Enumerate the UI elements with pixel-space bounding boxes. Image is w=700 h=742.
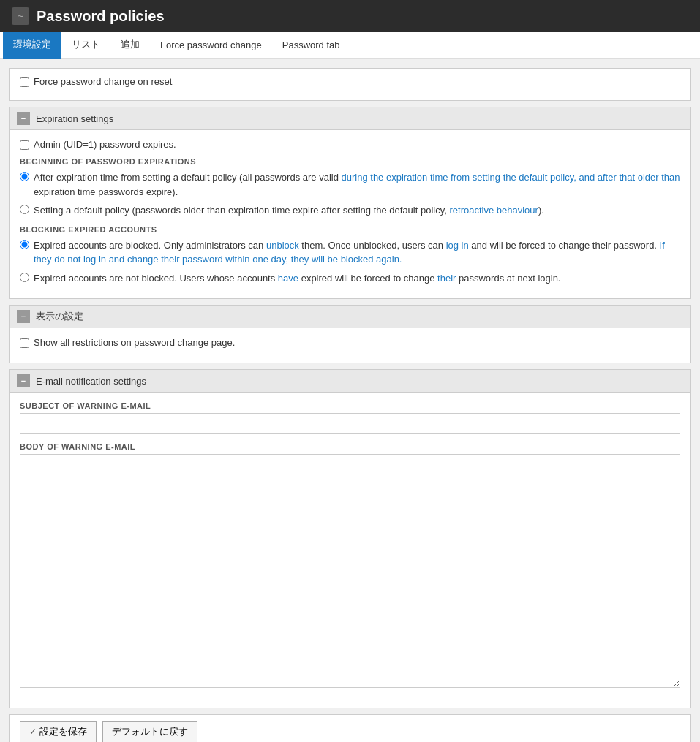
beginning-label: BEGINNING OF PASSWORD EXPIRATIONS — [20, 157, 680, 166]
radio-after-label: After expiration time from setting a def… — [34, 170, 680, 199]
admin-expires-checkbox[interactable] — [20, 140, 29, 150]
show-restrictions-label: Show all restrictions on password change… — [34, 337, 235, 348]
display-settings-title: 表示の設定 — [36, 310, 83, 323]
show-restrictions-row: Show all restrictions on password change… — [20, 337, 680, 348]
tab-kankyosettei[interactable]: 環境設定 — [3, 32, 61, 59]
radio-setting-label: Setting a default policy (passwords olde… — [34, 203, 544, 218]
display-settings-panel: − 表示の設定 Show all restrictions on passwor… — [9, 305, 691, 363]
tab-force-password-change[interactable]: Force password change — [150, 32, 272, 59]
radio-setting-row: Setting a default policy (passwords olde… — [20, 203, 680, 218]
radio-not-blocked-label: Expired accounts are not blocked. Users … — [34, 271, 560, 286]
radio-blocked[interactable] — [20, 240, 29, 249]
tab-password-tab[interactable]: Password tab — [272, 32, 350, 59]
footer-bar: ✓ 設定を保存 デフォルトに戻す — [9, 714, 691, 742]
display-collapse-btn[interactable]: − — [17, 310, 30, 323]
email-settings-panel: − E-mail notification settings SUBJECT O… — [9, 369, 691, 708]
email-settings-header: − E-mail notification settings — [10, 370, 690, 393]
expiration-settings-panel: − Expiration settings Admin (UID=1) pass… — [9, 107, 691, 299]
main-content: Force password change on reset − Expirat… — [0, 59, 700, 742]
default-button[interactable]: デフォルトに戻す — [102, 721, 197, 742]
app-header: ~ Password policies — [0, 0, 700, 32]
radio-not-blocked-row: Expired accounts are not blocked. Users … — [20, 271, 680, 286]
admin-expires-label: Admin (UID=1) password expires. — [34, 139, 176, 150]
subject-field-group: SUBJECT OF WARNING E-MAIL — [20, 401, 680, 434]
radio-after-row: After expiration time from setting a def… — [20, 170, 680, 199]
email-collapse-btn[interactable]: − — [17, 374, 30, 387]
logo-icon: ~ — [18, 10, 23, 22]
show-restrictions-checkbox[interactable] — [20, 338, 29, 348]
force-password-label: Force password change on reset — [34, 76, 172, 87]
force-password-checkbox[interactable] — [20, 77, 29, 87]
display-settings-body: Show all restrictions on password change… — [10, 328, 690, 363]
radio-not-blocked[interactable] — [20, 273, 29, 282]
top-section: Force password change on reset — [9, 68, 691, 101]
save-button[interactable]: ✓ 設定を保存 — [20, 721, 97, 742]
body-field-group: BODY OF WARNING E-MAIL — [20, 442, 680, 690]
tab-list[interactable]: リスト — [61, 32, 110, 59]
nav-tabs: 環境設定 リスト 追加 Force password change Passwo… — [0, 32, 700, 59]
body-label: BODY OF WARNING E-MAIL — [20, 442, 680, 451]
subject-label: SUBJECT OF WARNING E-MAIL — [20, 401, 680, 410]
radio-setting[interactable] — [20, 205, 29, 214]
save-label: 設定を保存 — [39, 725, 87, 738]
subject-input[interactable] — [20, 413, 680, 434]
page-title: Password policies — [37, 8, 165, 25]
tab-add[interactable]: 追加 — [110, 32, 150, 59]
display-settings-header: − 表示の設定 — [10, 306, 690, 328]
expiration-settings-header: − Expiration settings — [10, 107, 690, 130]
radio-blocked-label: Expired accounts are blocked. Only admin… — [34, 238, 680, 267]
app-logo: ~ — [12, 7, 29, 25]
expiration-settings-title: Expiration settings — [36, 113, 113, 124]
admin-expires-row: Admin (UID=1) password expires. — [20, 139, 680, 150]
blocking-label: BLOCKING EXPIRED ACCOUNTS — [20, 225, 680, 234]
radio-after[interactable] — [20, 172, 29, 181]
email-settings-body: SUBJECT OF WARNING E-MAIL BODY OF WARNIN… — [10, 393, 690, 708]
radio-blocked-row: Expired accounts are blocked. Only admin… — [20, 238, 680, 267]
email-settings-title: E-mail notification settings — [36, 376, 146, 387]
body-textarea[interactable] — [20, 454, 680, 688]
expiration-collapse-btn[interactable]: − — [17, 112, 30, 125]
force-password-row: Force password change on reset — [20, 76, 680, 87]
expiration-settings-body: Admin (UID=1) password expires. BEGINNIN… — [10, 130, 690, 298]
checkmark-icon: ✓ — [29, 727, 37, 737]
